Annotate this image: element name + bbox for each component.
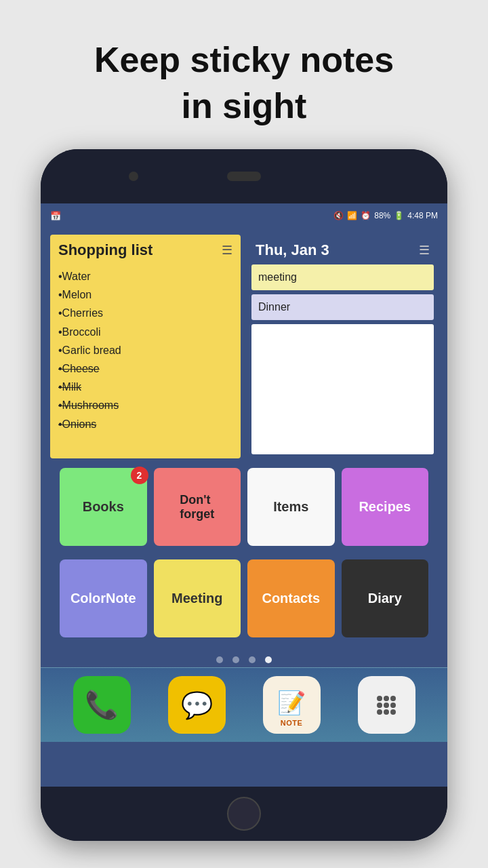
page-dots: [41, 651, 447, 667]
svg-point-2: [390, 696, 396, 701]
icons-row-2: ColorNote Meeting Contacts Diary: [50, 559, 438, 637]
badge: 2: [131, 467, 148, 484]
alarm-icon: ⏰: [361, 211, 371, 220]
item-onions: •Onions: [58, 415, 232, 433]
calendar-icon: 📅: [50, 211, 61, 221]
app-icon-items[interactable]: Items: [247, 468, 335, 546]
shopping-title: Shopping list: [58, 241, 152, 259]
dock-apps[interactable]: [358, 676, 415, 734]
shopping-menu-icon[interactable]: ☰: [222, 243, 232, 258]
svg-point-1: [384, 696, 389, 701]
svg-point-6: [377, 709, 382, 715]
phone-icon: 📞: [85, 689, 119, 721]
notes-row: Shopping list ☰ •Water •Melon •Cherries …: [50, 235, 438, 458]
shopping-body: •Water •Melon •Cherries •Broccoli •Garli…: [50, 264, 241, 440]
widget-area: Shopping list ☰ •Water •Melon •Cherries …: [41, 228, 447, 651]
item-mushrooms: •Mushrooms: [58, 396, 232, 414]
item-broccoli: •Broccoli: [58, 323, 232, 341]
note-cal-header: Thu, Jan 3 ☰: [247, 235, 438, 264]
item-garlic-bread: •Garlic bread: [58, 341, 232, 359]
empty-note: [251, 324, 434, 454]
svg-point-7: [384, 709, 389, 715]
bottom-dock: 📞 💬 📝 NOTE: [41, 667, 447, 742]
note-label: NOTE: [281, 719, 303, 727]
item-milk: •Milk: [58, 378, 232, 396]
phone-bottom: [41, 787, 447, 841]
app-icon-colornote[interactable]: ColorNote: [60, 559, 147, 637]
dock-colornote[interactable]: 📝 NOTE: [263, 676, 321, 734]
dock-messages[interactable]: 💬: [168, 676, 226, 734]
app-icon-meeting[interactable]: Meeting: [154, 559, 241, 637]
header-line2: in sight: [0, 83, 488, 130]
dot-2[interactable]: [232, 656, 239, 663]
header-line1: Keep sticky notes: [0, 37, 488, 83]
meeting-note[interactable]: meeting: [251, 264, 434, 290]
svg-point-8: [390, 709, 396, 715]
cal-title: Thu, Jan 3: [256, 241, 329, 259]
phone-top: [41, 149, 447, 203]
svg-point-5: [390, 703, 396, 708]
app-icon-books[interactable]: 2 Books: [60, 468, 147, 546]
time-text: 4:48 PM: [407, 211, 438, 220]
home-button[interactable]: [227, 797, 261, 831]
item-cheese: •Cheese: [58, 359, 232, 378]
apps-grid-icon: [373, 692, 400, 719]
icons-row-1-wrapper: 2 Books Don'tforget Items Recipes: [50, 465, 438, 553]
messages-icon: 💬: [181, 690, 213, 720]
phone-shell: 📅 🔇 📶 ⏰ 88% 🔋 4:48 PM Shopping list ☰: [41, 149, 447, 841]
cal-menu-icon[interactable]: ☰: [419, 243, 430, 258]
battery-icon: 🔋: [394, 211, 404, 220]
icons-row-1: 2 Books Don'tforget Items Recipes: [60, 468, 428, 546]
dot-1[interactable]: [216, 656, 223, 663]
wifi-icon: 📶: [347, 211, 357, 220]
item-cherries: •Cherries: [58, 304, 232, 322]
note-shopping-header: Shopping list ☰: [50, 235, 241, 264]
header-section: Keep sticky notes in sight: [0, 0, 488, 129]
app-icon-dontforget[interactable]: Don'tforget: [154, 468, 241, 546]
dock-phone[interactable]: 📞: [73, 676, 131, 734]
books-label: Books: [83, 499, 124, 515]
camera-dot: [129, 172, 138, 181]
battery-text: 88%: [374, 211, 390, 220]
status-left: 📅: [50, 211, 61, 221]
svg-point-3: [377, 703, 382, 708]
speaker-grill: [227, 172, 261, 181]
app-icon-diary[interactable]: Diary: [342, 559, 429, 637]
app-icon-recipes[interactable]: Recipes: [342, 468, 429, 546]
mute-icon: 🔇: [333, 211, 344, 220]
phone-screen: 📅 🔇 📶 ⏰ 88% 🔋 4:48 PM Shopping list ☰: [41, 203, 447, 787]
item-melon: •Melon: [58, 285, 232, 304]
dot-3[interactable]: [249, 656, 256, 663]
calendar-note[interactable]: Thu, Jan 3 ☰ meeting Dinner: [247, 235, 438, 458]
item-water: •Water: [58, 267, 232, 285]
shopping-list-note[interactable]: Shopping list ☰ •Water •Melon •Cherries …: [50, 235, 241, 458]
dontforget-label: Don'tforget: [180, 493, 214, 521]
status-bar: 📅 🔇 📶 ⏰ 88% 🔋 4:48 PM: [41, 203, 447, 228]
svg-point-0: [377, 696, 382, 701]
dinner-note[interactable]: Dinner: [251, 294, 434, 320]
svg-point-4: [384, 703, 389, 708]
status-right: 🔇 📶 ⏰ 88% 🔋 4:48 PM: [333, 211, 438, 220]
note-icon: 📝: [277, 689, 306, 716]
app-icon-contacts[interactable]: Contacts: [247, 559, 335, 637]
dot-4[interactable]: [265, 656, 272, 663]
